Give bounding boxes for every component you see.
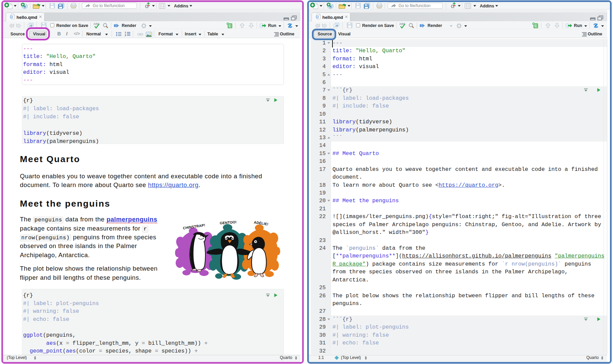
svg-text:GENTOO!: GENTOO! [220, 220, 237, 225]
svg-text:1: 1 [125, 31, 126, 34]
svg-text:C: C [229, 24, 231, 28]
svg-text:2: 2 [125, 34, 126, 36]
svg-text:C: C [534, 24, 537, 28]
